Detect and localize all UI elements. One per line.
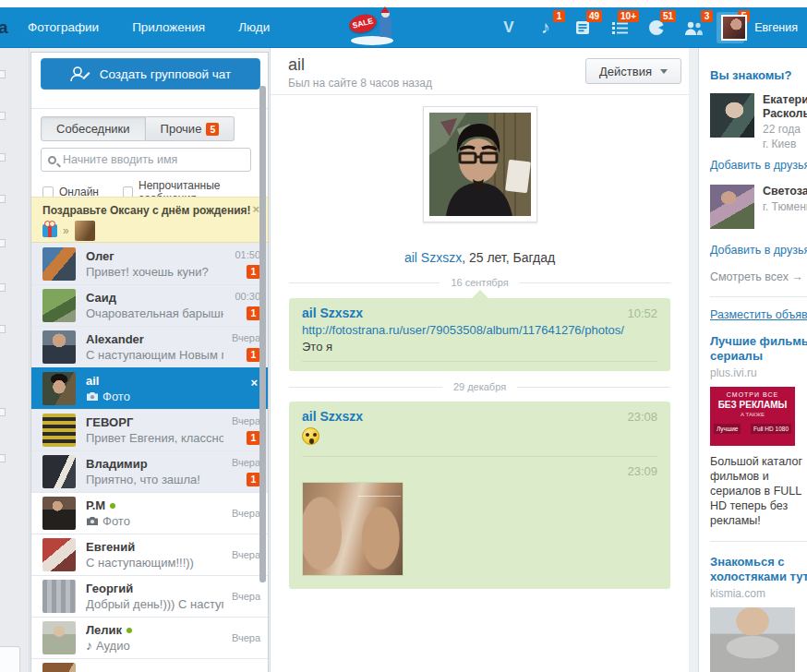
profile-photo — [429, 113, 531, 216]
suggested-person[interactable]: Екатерина Раскольни 22 года г. Киев — [710, 93, 807, 150]
top-navigation-bar: a Фотографии Приложения Люди SALE V ♪ 1 … — [0, 7, 807, 48]
avatar — [42, 289, 76, 322]
profile-photo-frame[interactable] — [423, 106, 537, 222]
chat-title: ail — [288, 55, 305, 75]
friends-icon[interactable]: 3 — [680, 12, 707, 43]
conversation-row-georgiy[interactable]: ГеоргийДобрый день!))) С наступающи... В… — [31, 575, 268, 617]
unread-badge: 1 — [247, 265, 260, 279]
unread-badge: 1 — [247, 306, 260, 320]
user-menu[interactable]: Евгения — [721, 7, 798, 48]
ad-dating-url: kismia.com — [710, 587, 807, 600]
suggested-person[interactable]: Светозара г. Тюмень — [710, 185, 807, 229]
nav-photos[interactable]: Фотографии — [28, 20, 99, 34]
profile-link[interactable]: ail Szxszx — [404, 250, 462, 265]
see-all-link[interactable]: Смотреть всех → — [710, 270, 807, 283]
photo-icon — [86, 516, 99, 526]
right-sidebar: Вы знакомы? Екатерина Раскольни 22 года … — [698, 48, 807, 672]
search-input[interactable] — [63, 153, 244, 166]
message-author-link[interactable]: ail Szxszx — [302, 409, 363, 424]
close-conversation-icon[interactable]: × — [250, 376, 258, 390]
ad-dating-photo[interactable] — [710, 607, 795, 672]
avatar — [42, 621, 76, 654]
surprised-emoji-icon — [302, 427, 319, 445]
friends-suggest-header[interactable]: Вы знакомы? — [710, 68, 807, 82]
bubble-tail — [472, 290, 488, 298]
sale-badge: SALE — [347, 12, 379, 36]
message-photo-attachment[interactable] — [302, 482, 404, 576]
avatar — [42, 538, 76, 571]
games-badge: 51 — [660, 10, 676, 22]
tasks-list-icon[interactable]: 10+ — [606, 12, 633, 43]
sale-promo[interactable]: SALE — [349, 9, 395, 46]
conversation-row-evgeniy[interactable]: ЕвгенийС наступающим!!!)) Вчера — [31, 534, 268, 575]
avatar — [42, 372, 76, 405]
avatar — [42, 455, 76, 488]
snow-decor — [351, 36, 393, 45]
news-feed-icon[interactable]: 49 — [569, 12, 596, 43]
nav-people[interactable]: Люди — [238, 20, 270, 34]
conversation-row-rm[interactable]: Р.М Фото Вчера — [31, 492, 268, 534]
conversation-row-said[interactable]: СаидОчаровательная барышня) 00:301 — [31, 284, 268, 326]
tab-others[interactable]: Прочие 5 — [146, 116, 235, 141]
conversation-row-ashot[interactable]: Ашот 678 Вчера — [31, 658, 268, 672]
ad-movies-description: Большой каталог фильмов и сериалов в FUL… — [710, 454, 807, 528]
friends-badge: 3 — [701, 10, 713, 22]
audio-icon: ♪ — [86, 641, 92, 651]
add-friend-link[interactable]: Добавить в друзья — [710, 159, 807, 172]
conversation-row-lelik[interactable]: Лелик ♪ Аудио Вчера — [31, 617, 268, 658]
games-icon[interactable]: 51 — [643, 12, 670, 43]
conversation-row-alexander[interactable]: AlexanderС наступающим Новым годом!!!...… — [31, 326, 268, 367]
online-dot — [126, 628, 132, 633]
date-divider: 29 декабря — [289, 381, 670, 392]
banner-close-icon[interactable]: × — [252, 202, 259, 216]
gift-icon — [42, 224, 57, 237]
music-icon[interactable]: ♪ 1 — [532, 12, 560, 43]
chat-last-seen: Был на сайте 8 часов назад — [288, 77, 432, 90]
message-time: 23:09 — [627, 464, 657, 478]
message-bubble: ail Szxszx 23:08 23:09 — [289, 402, 670, 589]
santa-icon — [379, 17, 391, 37]
ad-movies-banner[interactable]: СМОТРИ ВСЕ БЕЗ РЕКЛАМЫ А ТАКЖЕ Лучшие Fu… — [710, 387, 795, 446]
profile-details: , 25 лет, Багдад — [462, 250, 555, 265]
avatar — [42, 414, 76, 447]
chat-messages-area: ail Szxszx, 25 лет, Багдад 16 сентября a… — [271, 95, 689, 672]
tasks-badge: 10+ — [618, 10, 639, 22]
conversation-row-gevorg[interactable]: ГЕВОРГПривет Евгения, классно выгля... В… — [31, 409, 268, 450]
birthday-avatar[interactable] — [75, 221, 95, 241]
date-divider: 16 сентября — [289, 277, 670, 288]
message-text: Это я — [302, 340, 657, 354]
conversations-panel: Создать групповой чат Собеседники Прочие… — [30, 52, 269, 672]
conversation-row-oleg[interactable]: ОлегПривет! хочешь куни? 01:501 — [31, 243, 268, 284]
v-logo-icon[interactable]: V — [495, 12, 523, 43]
create-group-chat-button[interactable]: Создать групповой чат — [41, 58, 260, 90]
chevron-down-icon — [660, 69, 668, 74]
actions-dropdown-button[interactable]: Действия — [585, 58, 681, 84]
site-logo-partial: a — [0, 18, 11, 38]
birthday-banner[interactable]: Поздравьте Оксану с днём рождения! » × — [31, 197, 268, 243]
search-contact-box — [41, 148, 251, 172]
profile-caption: ail Szxszx, 25 лет, Багдад — [289, 250, 670, 265]
list-tabs: Собеседники Прочие 5 — [41, 116, 235, 141]
add-friend-link[interactable]: Добавить в друзья — [710, 244, 807, 257]
birthday-text: Поздравьте Оксану с днём рождения! — [42, 204, 259, 217]
page-top-strip — [0, 0, 807, 7]
avatar — [42, 663, 76, 672]
conversation-row-vladimir[interactable]: ВладимирПриятно, что зашла! Вчера1 — [31, 450, 268, 492]
chat-header: ail Был на сайте 8 часов назад Действия — [271, 48, 689, 95]
avatar — [42, 497, 76, 530]
topbar-icons: V ♪ 1 49 10+ 51 3 5 — [495, 7, 744, 48]
create-group-chat-label: Создать групповой чат — [100, 67, 231, 81]
list-scrollbar[interactable] — [259, 86, 266, 582]
place-ad-link[interactable]: Разместить объявление — [710, 308, 807, 321]
ad-dating-title[interactable]: Знакомься с холостяками тут — [710, 555, 807, 584]
avatar — [42, 330, 76, 364]
conversation-row-ail-selected[interactable]: ail Фото × — [31, 367, 268, 409]
nav-apps[interactable]: Приложения — [132, 20, 205, 34]
message-link[interactable]: http://fotostrana.ru/user/79053508/album… — [302, 323, 657, 337]
message-author-link[interactable]: ail Szxszx — [302, 306, 363, 320]
group-chat-icon — [70, 66, 90, 82]
avatar — [710, 93, 754, 138]
avatar — [710, 185, 754, 229]
tab-interlocutors[interactable]: Собеседники — [41, 116, 146, 141]
ad-movies-title[interactable]: Лучшие фильмы и сериалы — [710, 334, 807, 364]
